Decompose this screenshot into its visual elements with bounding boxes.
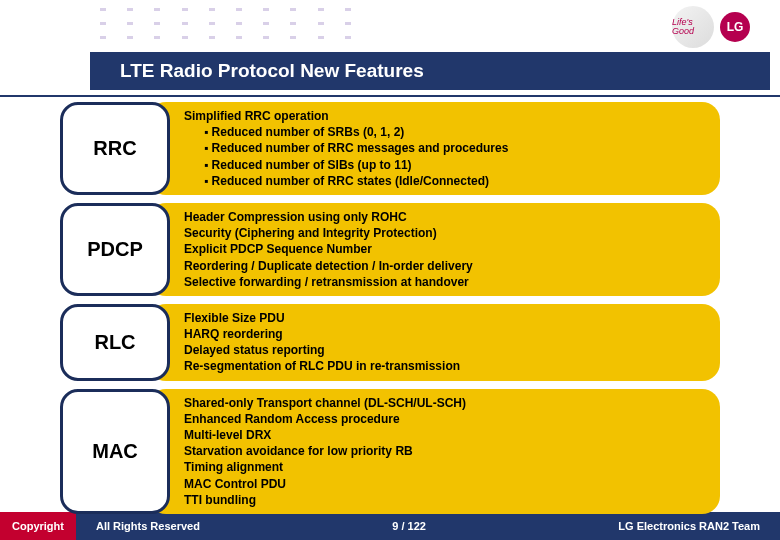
layer-panel-pdcp: Header Compression using only ROHC Secur… <box>148 203 720 296</box>
panel-line: Multi-level DRX <box>184 427 712 443</box>
panel-line: Explicit PDCP Sequence Number <box>184 241 712 257</box>
panel-line: Re-segmentation of RLC PDU in re-transmi… <box>184 358 712 374</box>
footer-bar: Copyright All Rights Reserved 9 / 122 LG… <box>0 512 780 540</box>
panel-item: ▪ Reduced number of RRC states (Idle/Con… <box>184 173 712 189</box>
layer-panel-rrc: Simplified RRC operation ▪ Reduced numbe… <box>148 102 720 195</box>
panel-line: Selective forwarding / retransmission at… <box>184 274 712 290</box>
feature-row-rlc: RLC Flexible Size PDU HARQ reordering De… <box>60 304 720 381</box>
panel-item: ▪ Reduced number of SRBs (0, 1, 2) <box>184 124 712 140</box>
layer-panel-mac: Shared-only Transport channel (DL-SCH/UL… <box>148 389 720 514</box>
panel-item: ▪ Reduced number of SIBs (up to 11) <box>184 157 712 173</box>
feature-row-mac: MAC Shared-only Transport channel (DL-SC… <box>60 389 720 514</box>
content-area: RRC Simplified RRC operation ▪ Reduced n… <box>60 102 720 522</box>
panel-line: Starvation avoidance for low priority RB <box>184 443 712 459</box>
decorative-dots <box>100 8 360 48</box>
panel-line: Shared-only Transport channel (DL-SCH/UL… <box>184 395 712 411</box>
layer-panel-rlc: Flexible Size PDU HARQ reordering Delaye… <box>148 304 720 381</box>
panel-line: Header Compression using only ROHC <box>184 209 712 225</box>
panel-line: TTI bundling <box>184 492 712 508</box>
panel-line: Enhanced Random Access procedure <box>184 411 712 427</box>
panel-line: Timing alignment <box>184 459 712 475</box>
panel-line: Security (Ciphering and Integrity Protec… <box>184 225 712 241</box>
footer-copyright: Copyright <box>0 512 76 540</box>
panel-heading: Simplified RRC operation <box>184 108 712 124</box>
logo-tagline: Life's Good <box>672 6 714 48</box>
panel-line: Delayed status reporting <box>184 342 712 358</box>
feature-row-rrc: RRC Simplified RRC operation ▪ Reduced n… <box>60 102 720 195</box>
footer-reserved: All Rights Reserved <box>96 520 200 532</box>
layer-chip-rlc: RLC <box>60 304 170 381</box>
title-underline <box>0 95 780 97</box>
page-title: LTE Radio Protocol New Features <box>90 52 770 90</box>
footer-mid: All Rights Reserved 9 / 122 LG Electroni… <box>76 512 780 540</box>
panel-line: Reordering / Duplicate detection / In-or… <box>184 258 712 274</box>
footer-team: LG Electronics RAN2 Team <box>618 520 760 532</box>
brand-logo: Life's Good LG <box>672 6 750 48</box>
layer-chip-rrc: RRC <box>60 102 170 195</box>
footer-page: 9 / 122 <box>392 520 426 532</box>
panel-line: Flexible Size PDU <box>184 310 712 326</box>
layer-chip-mac: MAC <box>60 389 170 514</box>
panel-line: HARQ reordering <box>184 326 712 342</box>
panel-item: ▪ Reduced number of RRC messages and pro… <box>184 140 712 156</box>
layer-chip-pdcp: PDCP <box>60 203 170 296</box>
logo-brand: LG <box>720 12 750 42</box>
panel-line: MAC Control PDU <box>184 476 712 492</box>
feature-row-pdcp: PDCP Header Compression using only ROHC … <box>60 203 720 296</box>
